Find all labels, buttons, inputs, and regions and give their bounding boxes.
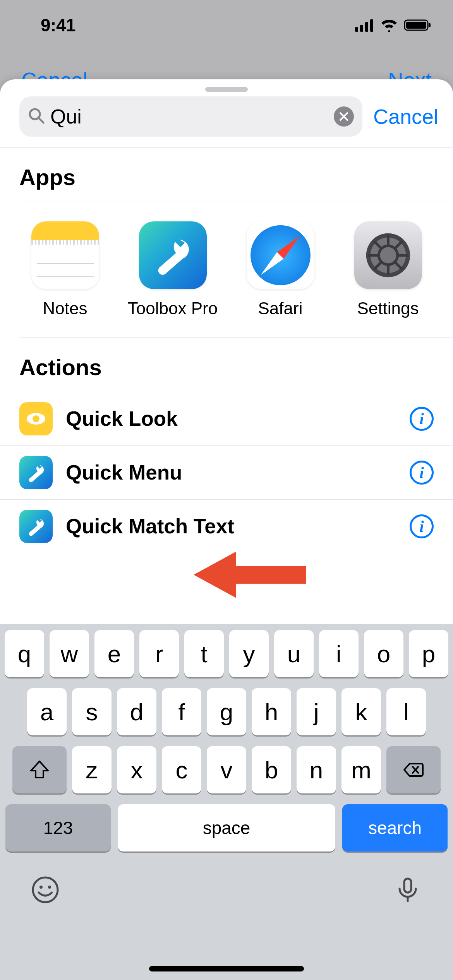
search-row: Cancel bbox=[0, 96, 453, 148]
svg-rect-1 bbox=[360, 25, 363, 32]
action-quick-menu[interactable]: Quick Menu bbox=[0, 445, 453, 499]
action-quick-look[interactable]: Quick Look bbox=[0, 392, 453, 445]
wifi-icon bbox=[380, 19, 398, 32]
cancel-button[interactable]: Cancel bbox=[373, 105, 438, 128]
app-safari[interactable]: Safari bbox=[235, 221, 326, 319]
action-label: Quick Menu bbox=[66, 461, 396, 484]
key-w[interactable]: w bbox=[50, 630, 89, 677]
svg-line-8 bbox=[39, 118, 43, 123]
toolbox-pro-icon bbox=[19, 456, 53, 489]
svg-rect-6 bbox=[429, 23, 431, 27]
app-settings[interactable]: Settings bbox=[342, 221, 434, 319]
keyboard-bottom-row bbox=[0, 862, 453, 905]
search-icon bbox=[28, 107, 45, 126]
key-j[interactable]: j bbox=[297, 688, 336, 735]
search-input[interactable] bbox=[50, 105, 328, 128]
keyboard-row-1: q w e r t y u i o p bbox=[0, 630, 453, 677]
svg-point-29 bbox=[48, 886, 51, 889]
toolbox-pro-icon bbox=[139, 221, 207, 289]
keyboard-row-3: z x c v b n m bbox=[0, 746, 453, 793]
status-icons bbox=[355, 19, 432, 32]
key-f[interactable]: f bbox=[162, 688, 201, 735]
svg-rect-0 bbox=[355, 27, 358, 32]
app-notes[interactable]: Notes bbox=[19, 221, 111, 319]
key-b[interactable]: b bbox=[252, 746, 291, 793]
key-shift[interactable] bbox=[12, 746, 67, 793]
search-field[interactable] bbox=[19, 96, 362, 137]
clear-search-button[interactable] bbox=[334, 106, 354, 127]
app-label: Settings bbox=[357, 298, 419, 319]
info-button[interactable] bbox=[410, 461, 434, 485]
notes-icon bbox=[31, 221, 99, 289]
emoji-button[interactable] bbox=[31, 875, 60, 905]
svg-point-27 bbox=[33, 877, 58, 902]
annotation-arrow bbox=[194, 550, 306, 600]
action-label: Quick Look bbox=[66, 407, 396, 430]
app-toolbox-pro[interactable]: Toolbox Pro bbox=[127, 221, 218, 319]
key-d[interactable]: d bbox=[117, 688, 156, 735]
key-numbers[interactable]: 123 bbox=[5, 804, 111, 852]
key-l[interactable]: l bbox=[386, 688, 426, 735]
keyboard-row-4: 123 space search bbox=[0, 804, 453, 852]
action-label: Quick Match Text bbox=[66, 514, 396, 538]
svg-rect-5 bbox=[406, 22, 426, 29]
key-e[interactable]: e bbox=[94, 630, 134, 677]
app-label: Safari bbox=[258, 298, 303, 319]
info-button[interactable] bbox=[410, 407, 434, 431]
key-i[interactable]: i bbox=[319, 630, 359, 677]
key-z[interactable]: z bbox=[72, 746, 112, 793]
action-quick-match-text[interactable]: Quick Match Text bbox=[0, 499, 453, 553]
eye-icon bbox=[19, 402, 53, 435]
key-x[interactable]: x bbox=[117, 746, 156, 793]
home-indicator[interactable] bbox=[149, 966, 304, 971]
svg-rect-2 bbox=[365, 22, 368, 32]
key-g[interactable]: g bbox=[207, 688, 246, 735]
key-o[interactable]: o bbox=[364, 630, 403, 677]
key-p[interactable]: p bbox=[409, 630, 448, 677]
key-a[interactable]: a bbox=[27, 688, 67, 735]
key-u[interactable]: u bbox=[274, 630, 314, 677]
svg-rect-30 bbox=[404, 879, 411, 893]
key-backspace[interactable] bbox=[386, 746, 441, 793]
key-search[interactable]: search bbox=[342, 804, 448, 852]
keyboard: q w e r t y u i o p a s d f g h j k l z bbox=[0, 624, 453, 980]
svg-point-28 bbox=[39, 886, 43, 889]
key-h[interactable]: h bbox=[252, 688, 291, 735]
status-bar: 9:41 bbox=[0, 0, 453, 50]
dictation-button[interactable] bbox=[393, 875, 422, 905]
info-button[interactable] bbox=[410, 514, 434, 538]
cellular-signal-icon bbox=[355, 19, 374, 32]
key-r[interactable]: r bbox=[139, 630, 179, 677]
key-t[interactable]: t bbox=[184, 630, 224, 677]
svg-point-23 bbox=[33, 415, 39, 422]
key-y[interactable]: y bbox=[229, 630, 269, 677]
search-sheet: Cancel Apps Notes Toolbox Pro Safari Set… bbox=[0, 79, 453, 980]
app-label: Notes bbox=[43, 298, 88, 319]
svg-marker-24 bbox=[194, 552, 306, 598]
keyboard-row-2: a s d f g h j k l bbox=[0, 688, 453, 735]
apps-grid: Notes Toolbox Pro Safari Settings bbox=[0, 202, 453, 338]
settings-icon bbox=[354, 221, 422, 289]
apps-section-header: Apps bbox=[0, 148, 453, 202]
key-k[interactable]: k bbox=[341, 688, 381, 735]
toolbox-pro-icon bbox=[19, 510, 53, 543]
sheet-grabber[interactable] bbox=[205, 87, 248, 92]
key-space[interactable]: space bbox=[118, 804, 335, 852]
status-time: 9:41 bbox=[41, 15, 76, 36]
key-c[interactable]: c bbox=[162, 746, 201, 793]
key-s[interactable]: s bbox=[72, 688, 112, 735]
key-n[interactable]: n bbox=[297, 746, 336, 793]
key-q[interactable]: q bbox=[5, 630, 44, 677]
key-v[interactable]: v bbox=[207, 746, 246, 793]
svg-rect-3 bbox=[370, 19, 373, 32]
app-label: Toolbox Pro bbox=[128, 298, 218, 319]
battery-icon bbox=[404, 19, 432, 32]
key-m[interactable]: m bbox=[341, 746, 381, 793]
safari-icon bbox=[247, 221, 314, 289]
actions-section-header: Actions bbox=[0, 338, 453, 392]
